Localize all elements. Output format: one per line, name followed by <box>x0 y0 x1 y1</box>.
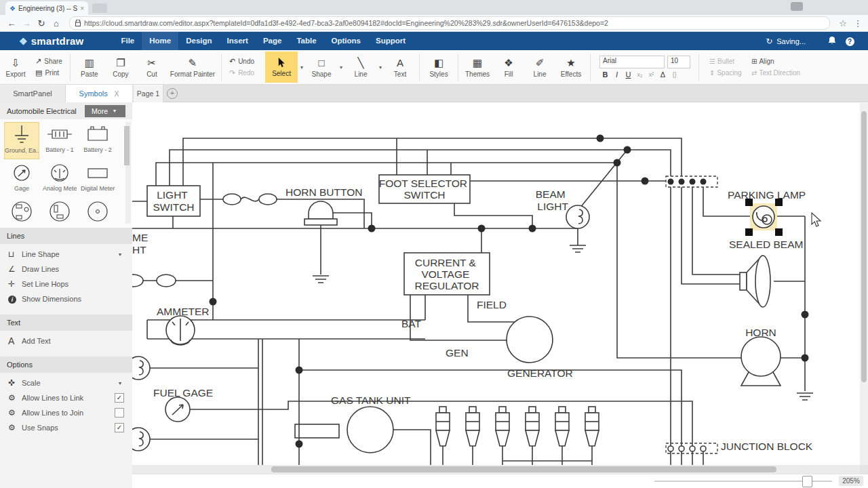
horn-symbol[interactable] <box>741 337 781 386</box>
special-char-button[interactable]: {} <box>669 71 680 78</box>
label-sealed-beam[interactable]: SEALED BEAM <box>729 239 803 250</box>
menu-support[interactable]: Support <box>368 32 413 50</box>
label-junction-block[interactable]: JUNCTION BLOCK <box>721 441 813 452</box>
label-bat[interactable]: BAT <box>401 318 422 329</box>
label-horn-button[interactable]: HORN BUTTON <box>285 186 362 198</box>
ammeter-symbol[interactable] <box>166 316 195 345</box>
share-button[interactable]: ↗ Share <box>35 56 62 67</box>
zoom-slider-handle[interactable] <box>802 476 812 487</box>
label-gas-tank[interactable]: GAS TANK UNIT <box>331 394 411 406</box>
styles-button[interactable]: ◧ Styles <box>423 52 454 83</box>
line-style-button[interactable]: ✐ Line <box>524 52 555 83</box>
allow-lines-link-checkbox[interactable]: ✓ <box>115 393 124 403</box>
canvas-horizontal-scrollbar[interactable] <box>132 465 860 474</box>
tab-smartpanel[interactable]: SmartPanel <box>0 85 66 102</box>
spark-plug-connectors[interactable] <box>436 407 599 446</box>
themes-button[interactable]: ▦ Themes <box>462 52 493 83</box>
selection-handle[interactable] <box>775 228 783 236</box>
help-icon[interactable]: ? <box>841 37 859 46</box>
fuel-gage-symbol[interactable] <box>165 397 190 422</box>
symbol-distributor-1[interactable] <box>4 199 39 228</box>
label-field[interactable]: FIELD <box>477 299 507 310</box>
fill-button[interactable]: ❖ Fill <box>493 52 524 83</box>
tab-symbols[interactable]: Symbols X <box>66 85 132 102</box>
bold-button[interactable]: B <box>599 70 611 79</box>
line-caret-icon[interactable]: ▾ <box>376 64 384 70</box>
gas-tank-connector-box[interactable] <box>295 424 339 438</box>
symbol-gage[interactable]: Gage <box>4 161 39 198</box>
menu-file[interactable]: File <box>113 32 142 50</box>
notifications-bell-icon[interactable] <box>823 36 841 47</box>
spacing-button[interactable]: ⇕ Spacing <box>709 69 751 77</box>
symbol-ground[interactable]: Ground, Ea... <box>4 122 39 159</box>
label-parking-lamp[interactable]: PARKING LAMP <box>728 189 806 201</box>
bookmark-star-icon[interactable]: ☆ <box>835 18 850 28</box>
line-shape-item[interactable]: ⊔ Line Shape ▾ <box>0 247 132 262</box>
undo-button[interactable]: ↶ Undo <box>229 56 254 67</box>
symbols-scrollbar-thumb[interactable] <box>124 126 130 165</box>
parking-lamp-symbol-selected[interactable] <box>745 199 783 236</box>
label-regulator[interactable]: CURRENT & VOLTAGE REGULATOR <box>414 257 479 291</box>
generator-symbol[interactable] <box>507 317 553 363</box>
menu-home[interactable]: Home <box>142 32 178 50</box>
menu-insert[interactable]: Insert <box>220 32 256 50</box>
add-page-button[interactable]: + <box>163 85 181 102</box>
url-field[interactable]: https://cloud.smartdraw.com/editor.aspx?… <box>69 16 830 30</box>
allow-lines-join-checkbox[interactable] <box>115 408 124 418</box>
canvas-vertical-scrollbar[interactable] <box>860 103 868 465</box>
show-dimensions-item[interactable]: i Show Dimensions <box>0 291 132 306</box>
add-text-item[interactable]: A Add Text <box>0 333 132 348</box>
tab-page1[interactable]: Page 1 <box>134 85 163 102</box>
label-fuel-gage[interactable]: FUEL GAGE <box>153 387 213 399</box>
subscript-button[interactable]: x₂ <box>634 71 646 78</box>
underline-button[interactable]: U <box>623 70 634 79</box>
text-button[interactable]: A Text <box>384 52 416 83</box>
label-generator[interactable]: GENERATOR <box>507 367 573 379</box>
allow-lines-join-item[interactable]: ⚙ Allow Lines to Join <box>0 405 132 420</box>
browser-profile-icon[interactable] <box>791 2 803 11</box>
junction-block-top[interactable] <box>666 176 717 187</box>
superscript-button[interactable]: x² <box>646 71 657 78</box>
symbols-close-icon[interactable]: X <box>115 90 119 98</box>
select-tool-button[interactable]: Select <box>265 52 298 83</box>
junction-block-bottom[interactable] <box>666 443 717 453</box>
horn-button-symbol[interactable] <box>304 201 337 225</box>
tab-close-icon[interactable]: × <box>80 5 84 12</box>
sealed-beam-symbol[interactable] <box>740 256 770 307</box>
label-beam-light[interactable]: BEAM LIGHT <box>536 188 569 212</box>
back-icon[interactable]: ← <box>4 18 19 28</box>
symbols-scrollbar[interactable] <box>125 122 131 224</box>
italic-button[interactable]: I <box>611 70 623 79</box>
use-snaps-item[interactable]: ⚙ Use Snaps ✓ <box>0 420 132 435</box>
browser-tab[interactable]: ❖ Engineering (3) -- Smart × <box>5 1 88 15</box>
copy-button[interactable]: ❐ Copy <box>105 52 136 83</box>
symbol-distributor-3[interactable] <box>80 199 115 228</box>
shape-caret-icon[interactable]: ▾ <box>337 64 345 70</box>
symbol-distributor-2[interactable] <box>42 199 77 228</box>
symbol-analog-meter[interactable]: Analog Meter <box>42 161 77 198</box>
label-ammeter[interactable]: AMMETER <box>157 306 210 317</box>
symbol-digital-meter[interactable]: Digital Meter <box>80 161 115 198</box>
horizontal-scrollbar-thumb[interactable] <box>271 466 776 472</box>
menu-table[interactable]: Table <box>289 32 323 50</box>
set-line-hops-item[interactable]: ✛ Set Line Hops <box>0 277 132 291</box>
effects-button[interactable]: ★ Effects <box>555 52 587 83</box>
symbol-battery-1[interactable]: Battery - 1 <box>42 122 77 159</box>
label-clipped-left[interactable]: ME HT <box>132 232 151 256</box>
selection-handle[interactable] <box>745 228 753 236</box>
label-light-switch[interactable]: LIGHT SWITCH <box>153 189 194 213</box>
print-button[interactable]: ▤ Print <box>35 67 62 79</box>
cut-button[interactable]: ✂ Cut <box>136 52 167 83</box>
shape-button[interactable]: □ Shape <box>306 52 337 83</box>
menu-design[interactable]: Design <box>178 32 219 50</box>
draw-lines-item[interactable]: ∠ Draw Lines <box>0 262 132 277</box>
gas-tank-symbol[interactable] <box>347 407 393 453</box>
more-button[interactable]: More▾ <box>85 105 125 117</box>
font-family-field[interactable]: Arial <box>599 56 665 68</box>
menu-options[interactable]: Options <box>324 32 368 50</box>
symbol-battery-2[interactable]: Battery - 2 <box>80 122 115 159</box>
home-icon[interactable]: ⌂ <box>49 18 64 28</box>
drawing-canvas[interactable]: LIGHT SWITCH HORN BUTTON FOOT SELECTOR S… <box>132 103 860 465</box>
vertical-scrollbar-thumb[interactable] <box>861 111 867 382</box>
text-direction-button[interactable]: ⇄ Text Direction <box>751 69 810 77</box>
